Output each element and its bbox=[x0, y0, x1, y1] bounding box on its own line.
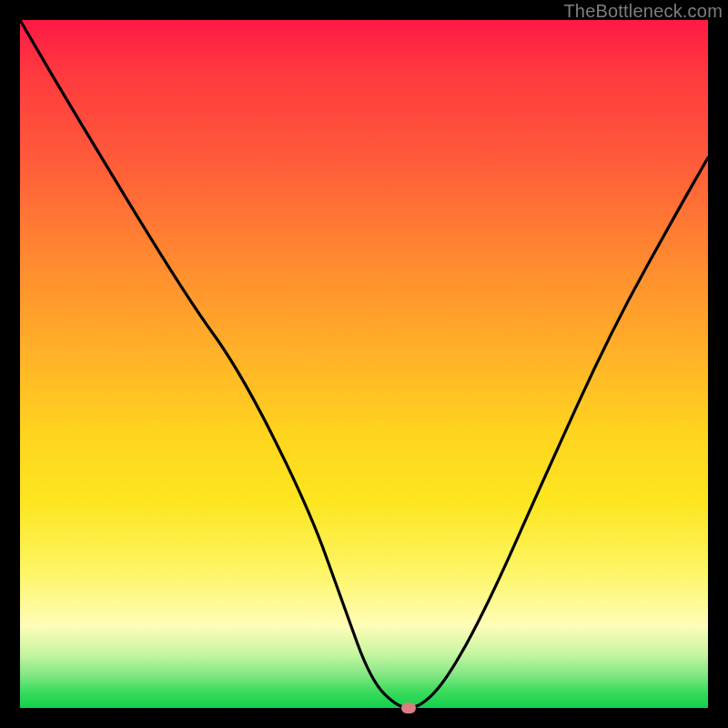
watermark-label: TheBottleneck.com bbox=[563, 1, 723, 22]
bottleneck-curve bbox=[20, 20, 708, 708]
minimum-marker bbox=[401, 703, 416, 713]
plot-area bbox=[20, 20, 708, 708]
chart-stage: TheBottleneck.com bbox=[0, 0, 728, 728]
